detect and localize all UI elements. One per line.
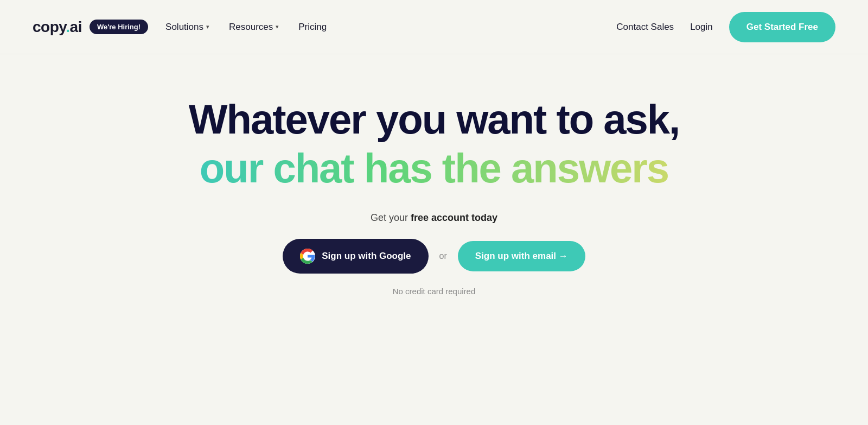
google-signup-label: Sign up with Google — [322, 251, 411, 262]
hero-subtext: Get your free account today — [371, 212, 497, 224]
resources-menu[interactable]: Resources ▾ — [229, 22, 279, 33]
nav-links: Solutions ▾ Resources ▾ Pricing — [165, 22, 616, 33]
google-icon — [300, 249, 315, 264]
resources-label: Resources — [229, 22, 273, 33]
hiring-badge[interactable]: We're Hiring! — [90, 20, 148, 34]
logo-part2: ai — [70, 18, 82, 35]
login-link[interactable]: Login — [690, 22, 713, 33]
pricing-label: Pricing — [298, 22, 327, 33]
logo-part1: copy — [33, 18, 66, 35]
navbar: copy.ai We're Hiring! Solutions ▾ Resour… — [0, 0, 868, 54]
hero-subtext-bold: free account today — [411, 212, 497, 223]
solutions-chevron-icon: ▾ — [206, 23, 209, 30]
hero-section: Whatever you want to ask, our chat has t… — [0, 54, 868, 328]
logo-dot: . — [66, 18, 69, 35]
resources-chevron-icon: ▾ — [276, 23, 279, 30]
solutions-menu[interactable]: Solutions ▾ — [165, 22, 209, 33]
logo-text: copy.ai — [33, 18, 82, 36]
hero-headline-line2: our chat has the answers — [200, 145, 668, 191]
or-separator: or — [439, 251, 447, 261]
nav-right: Contact Sales Login Get Started Free — [616, 12, 835, 42]
hero-subtext-prefix: Get your — [371, 212, 411, 223]
get-started-button[interactable]: Get Started Free — [729, 12, 835, 42]
google-signup-button[interactable]: Sign up with Google — [283, 239, 428, 274]
solutions-label: Solutions — [165, 22, 203, 33]
contact-sales-link[interactable]: Contact Sales — [616, 22, 674, 33]
no-credit-card-text: No credit card required — [393, 287, 476, 296]
cta-row: Sign up with Google or Sign up with emai… — [283, 239, 585, 274]
email-signup-label: Sign up with email → — [475, 251, 568, 262]
hero-headline-line1: Whatever you want to ask, — [189, 98, 679, 141]
pricing-link[interactable]: Pricing — [298, 22, 327, 33]
logo[interactable]: copy.ai We're Hiring! — [33, 18, 148, 36]
email-signup-button[interactable]: Sign up with email → — [458, 241, 585, 271]
